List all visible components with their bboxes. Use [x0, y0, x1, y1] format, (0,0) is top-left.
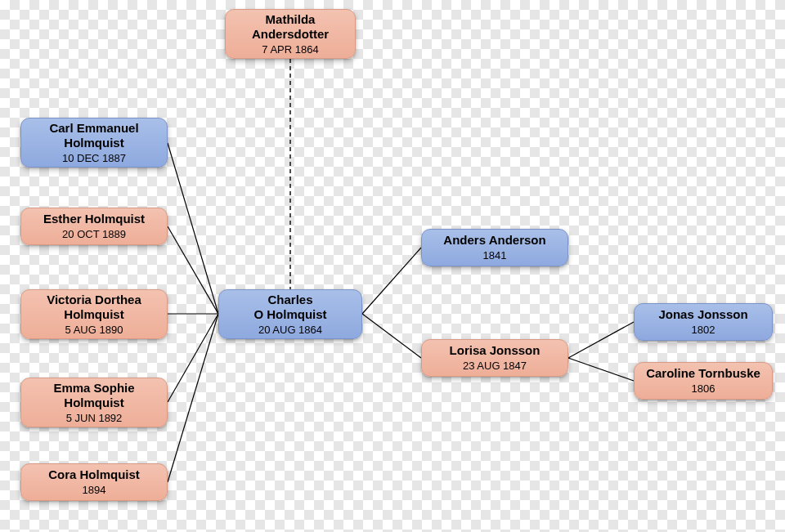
person-date: 1841 — [483, 249, 507, 262]
person-name: Lorisa Jonsson — [450, 343, 541, 358]
node-cora-holmquist[interactable]: Cora Holmquist 1894 — [20, 463, 168, 501]
person-date: 5 JUN 1892 — [66, 412, 123, 424]
node-esther-holmquist[interactable]: Esther Holmquist 20 OCT 1889 — [20, 208, 168, 245]
person-date: 20 AUG 1864 — [258, 324, 322, 336]
node-caroline-tornbuske[interactable]: Caroline Tornbuske 1806 — [634, 362, 773, 400]
svg-line-4 — [168, 314, 218, 482]
diagram-canvas: Mathilda Andersdotter 7 APR 1864 Charles… — [0, 0, 785, 532]
person-date: 23 AUG 1847 — [463, 360, 527, 372]
person-date: 10 DEC 1887 — [62, 152, 126, 164]
node-jonas-jonsson[interactable]: Jonas Jonsson 1802 — [634, 303, 773, 341]
svg-line-1 — [168, 226, 218, 314]
person-name: Mathilda Andersdotter — [252, 12, 329, 41]
svg-line-0 — [168, 143, 218, 314]
connector-lines — [0, 0, 785, 532]
person-name: Caroline Tornbuske — [646, 366, 760, 381]
svg-line-8 — [568, 358, 634, 381]
svg-line-6 — [362, 314, 421, 358]
person-date: 20 OCT 1889 — [62, 228, 126, 240]
person-name: Carl Emmanuel Holmquist — [49, 121, 138, 150]
person-date: 1806 — [692, 382, 715, 395]
person-date: 5 AUG 1890 — [65, 324, 123, 336]
person-date: 1894 — [83, 484, 106, 496]
svg-line-3 — [168, 314, 218, 402]
node-lorisa-jonsson[interactable]: Lorisa Jonsson 23 AUG 1847 — [421, 339, 568, 377]
person-name: Charles O Holmquist — [253, 293, 326, 321]
person-date: 1802 — [692, 324, 715, 336]
node-victoria-dorthea-holmquist[interactable]: Victoria Dorthea Holmquist 5 AUG 1890 — [20, 289, 168, 339]
person-name: Victoria Dorthea Holmquist — [47, 293, 141, 321]
svg-line-7 — [568, 322, 634, 358]
node-anders-anderson[interactable]: Anders Anderson 1841 — [421, 229, 568, 266]
node-mathilda-andersdotter[interactable]: Mathilda Andersdotter 7 APR 1864 — [225, 9, 356, 59]
person-name: Cora Holmquist — [48, 467, 140, 482]
person-name: Anders Anderson — [443, 233, 545, 248]
person-name: Emma Sophie Holmquist — [53, 381, 134, 409]
person-date: 7 APR 1864 — [262, 43, 318, 56]
node-carl-emmanuel-holmquist[interactable]: Carl Emmanuel Holmquist 10 DEC 1887 — [20, 118, 168, 168]
person-name: Jonas Jonsson — [658, 307, 747, 322]
node-emma-sophie-holmquist[interactable]: Emma Sophie Holmquist 5 JUN 1892 — [20, 378, 168, 427]
node-charles-o-holmquist[interactable]: Charles O Holmquist 20 AUG 1864 — [218, 289, 362, 339]
svg-line-5 — [362, 248, 421, 314]
person-name: Esther Holmquist — [43, 212, 145, 226]
